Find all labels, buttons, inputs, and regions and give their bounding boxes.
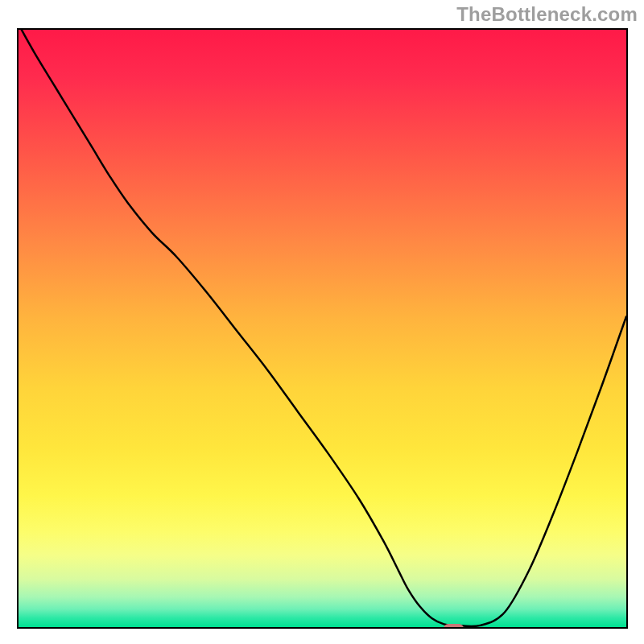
watermark-text: TheBottleneck.com <box>456 3 638 26</box>
optimal-marker-icon <box>444 624 463 629</box>
bottleneck-curve <box>19 30 626 627</box>
chart-wrapper: TheBottleneck.com <box>0 0 644 644</box>
plot-area <box>17 28 628 629</box>
